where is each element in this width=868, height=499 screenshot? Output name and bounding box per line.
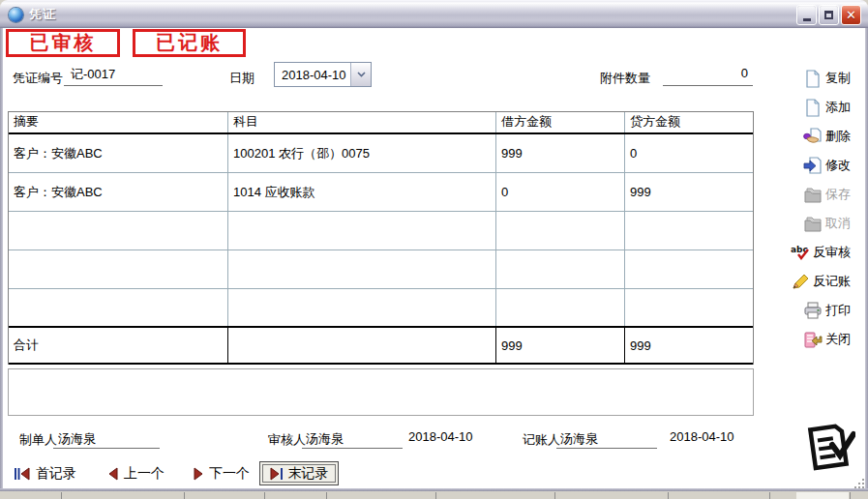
cell-account[interactable] <box>228 289 496 326</box>
background-window-strip <box>326 492 327 499</box>
cell-credit[interactable] <box>625 212 753 250</box>
add-button[interactable]: 添加 <box>772 93 859 122</box>
last-record-button[interactable]: 末记录 <box>259 461 339 485</box>
minimize-icon <box>803 18 811 21</box>
first-record-label: 首记录 <box>36 465 76 483</box>
cell-debit[interactable] <box>496 289 625 326</box>
hand-delete-icon <box>803 128 823 146</box>
next-record-label: 下一个 <box>209 465 250 483</box>
cell-credit[interactable]: 0 <box>625 134 753 172</box>
auditor-label: 审核人 <box>268 431 306 449</box>
cell-summary[interactable] <box>9 212 228 250</box>
screen: 凭证 ✕ 已审核 已记账 凭证编号 记-0017 日期 2018-04-10 附… <box>0 0 868 499</box>
voucher-no-underline <box>64 70 163 86</box>
cell-summary[interactable] <box>9 289 228 326</box>
titlebar[interactable]: 凭证 ✕ <box>0 0 868 28</box>
attachment-underline <box>663 70 753 86</box>
copy-label: 复制 <box>825 70 851 87</box>
cell-debit[interactable] <box>496 250 625 288</box>
total-credit: 999 <box>625 328 753 363</box>
background-window-strip <box>796 492 849 499</box>
chevron-down-icon <box>357 72 366 77</box>
minimize-button[interactable] <box>796 5 817 25</box>
prev-record-button[interactable]: 上一个 <box>108 465 165 483</box>
total-label: 合计 <box>9 328 228 363</box>
col-header-debit: 借方金额 <box>496 112 625 132</box>
unpost-button[interactable]: 反记账 <box>772 267 859 296</box>
last-record-label: 末记录 <box>288 465 329 483</box>
cell-account[interactable]: 1014 应收账款 <box>228 173 496 211</box>
unaudit-label: 反审核 <box>813 244 851 261</box>
voucher-grid: 摘要 科目 借方金额 贷方金额 客户：安徽ABC 100201 农行（邵）007… <box>8 111 754 365</box>
cancel-label: 取消 <box>825 215 851 232</box>
delete-label: 删除 <box>825 128 851 145</box>
window-controls: ✕ <box>796 5 861 25</box>
cell-account[interactable]: 100201 农行（邵）0075 <box>228 134 496 172</box>
pencil-icon <box>791 273 810 291</box>
close-voucher-button[interactable]: 关闭 <box>772 325 859 354</box>
close-button[interactable]: ✕ <box>841 5 861 25</box>
cell-credit[interactable] <box>625 289 753 326</box>
copy-button[interactable]: 复制 <box>772 64 859 93</box>
posted-stamp: 已记账 <box>133 29 246 57</box>
next-record-icon <box>194 467 203 481</box>
grid-header: 摘要 科目 借方金额 贷方金额 <box>9 112 753 134</box>
unaudit-button[interactable]: abc 反审核 <box>772 238 859 267</box>
preparer-underline <box>53 433 160 449</box>
save-label: 保存 <box>825 186 851 203</box>
date-dropdown-button[interactable] <box>350 63 371 86</box>
next-record-button[interactable]: 下一个 <box>194 465 250 483</box>
prev-record-label: 上一个 <box>124 465 165 483</box>
document-arrow-icon <box>803 157 823 175</box>
background-window-strip <box>554 492 555 499</box>
document-icon <box>803 70 823 88</box>
table-row[interactable] <box>9 289 753 326</box>
modify-button[interactable]: 修改 <box>772 151 859 180</box>
first-record-button[interactable]: 首记录 <box>15 465 76 483</box>
auditor-underline <box>302 433 403 449</box>
window-title: 凭证 <box>29 6 56 23</box>
table-row[interactable] <box>9 212 753 250</box>
cell-debit[interactable]: 999 <box>496 134 625 172</box>
cell-summary[interactable]: 客户：安徽ABC <box>9 173 228 211</box>
folder-icon <box>803 186 823 204</box>
cell-account[interactable] <box>228 212 496 250</box>
audited-stamp: 已审核 <box>6 29 120 57</box>
cell-summary[interactable] <box>9 250 228 288</box>
print-button[interactable]: 打印 <box>772 296 859 325</box>
date-value: 2018-04-10 <box>275 63 350 86</box>
background-window-strip <box>769 492 770 499</box>
cell-summary[interactable]: 客户：安徽ABC <box>9 134 228 172</box>
cell-account[interactable] <box>228 250 496 288</box>
delete-button[interactable]: 删除 <box>772 122 859 151</box>
save-button[interactable]: 保存 <box>772 180 859 209</box>
attachment-label: 附件数量 <box>600 70 650 87</box>
modify-label: 修改 <box>825 157 851 174</box>
table-row[interactable]: 客户：安徽ABC 100201 农行（邵）0075 999 0 <box>9 134 753 173</box>
total-debit: 999 <box>496 328 625 363</box>
maximize-button[interactable] <box>819 5 839 25</box>
remarks-box[interactable] <box>8 368 754 416</box>
booking-date: 2018-04-10 <box>670 429 734 444</box>
date-combobox[interactable]: 2018-04-10 <box>274 62 372 87</box>
cell-credit[interactable]: 999 <box>625 173 753 211</box>
printer-icon <box>803 302 823 320</box>
cell-debit[interactable] <box>496 212 625 250</box>
prev-record-icon <box>108 467 118 481</box>
cell-debit[interactable]: 0 <box>496 173 625 211</box>
folder-icon <box>803 215 823 233</box>
cell-credit[interactable] <box>625 250 753 288</box>
print-label: 打印 <box>825 302 851 319</box>
maximize-icon <box>824 11 833 19</box>
cancel-button[interactable]: 取消 <box>772 209 859 238</box>
resize-grip[interactable] <box>853 478 865 489</box>
toolbar: 复制 添加 删除 修改 <box>772 64 859 354</box>
add-label: 添加 <box>825 99 851 116</box>
unpost-label: 反记账 <box>813 273 851 290</box>
table-row[interactable]: 客户：安徽ABC 1014 应收账款 0 999 <box>9 173 753 212</box>
col-header-summary: 摘要 <box>9 112 228 132</box>
document-icon <box>803 99 823 117</box>
background-window-strip <box>184 492 185 499</box>
exit-icon <box>803 331 823 349</box>
table-row[interactable] <box>9 250 753 289</box>
